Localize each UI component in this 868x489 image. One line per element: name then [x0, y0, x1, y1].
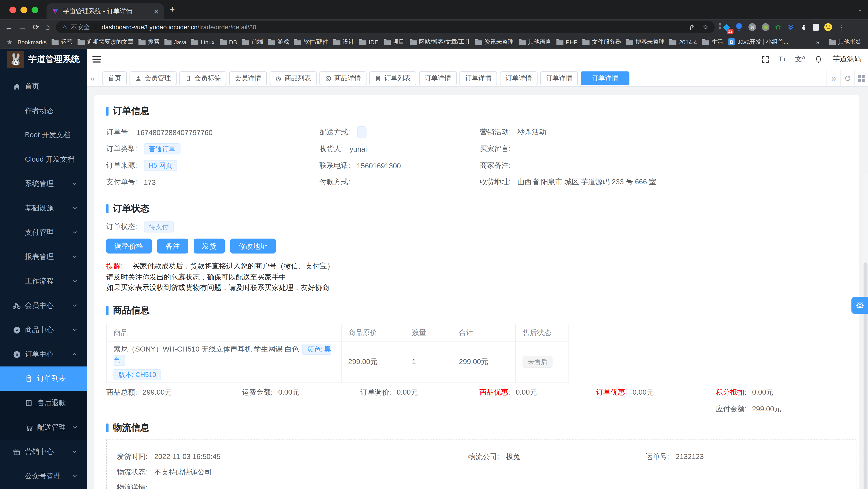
- ext-panel-icon[interactable]: [813, 24, 818, 31]
- bookmark-folder[interactable]: 近期需要读的文章: [78, 38, 133, 46]
- tab-order-detail[interactable]: 订单详情: [419, 71, 457, 85]
- sidebar-item-order-list[interactable]: 订单列表: [0, 367, 87, 391]
- new-tab-button[interactable]: +: [170, 4, 175, 14]
- bookmark-folder[interactable]: IDE: [360, 38, 378, 45]
- share-icon[interactable]: [688, 24, 695, 31]
- browser-tab[interactable]: 芋道管理系统 - 订单详情 ✕: [46, 3, 164, 19]
- security-warning-icon[interactable]: ⚠: [62, 24, 68, 31]
- home-icon[interactable]: ⌂: [45, 23, 50, 31]
- tab-order-detail[interactable]: 订单详情: [500, 71, 537, 85]
- sidebar-item-member-center[interactable]: 会员中心: [0, 294, 87, 318]
- font-size-icon[interactable]: Tᴛ: [778, 55, 786, 63]
- scrollbar-track[interactable]: [863, 174, 868, 489]
- total-points-deduction: 积分抵扣:0.00元: [716, 384, 773, 401]
- bookmarks-label[interactable]: Bookmarks: [18, 38, 47, 45]
- ext-balloon-icon[interactable]: [735, 23, 743, 31]
- modify-address-button[interactable]: 修改地址: [230, 239, 276, 254]
- bookmark-folder[interactable]: 其他语言: [519, 38, 551, 46]
- sidebar-item-author-news[interactable]: 作者动态: [0, 98, 87, 123]
- locale-icon[interactable]: 文A: [795, 55, 805, 64]
- sidebar-item-product-center[interactable]: P 商品中心: [0, 318, 87, 342]
- bookmark-folder[interactable]: 前端: [242, 38, 263, 46]
- ext-record-icon[interactable]: [762, 23, 770, 31]
- notification-bell-icon[interactable]: [814, 55, 823, 63]
- sidebar-item-after-sale-refund[interactable]: 售后退款: [0, 391, 87, 415]
- bookmark-folder[interactable]: PHP: [556, 38, 578, 45]
- tab-member-tags[interactable]: 会员标签: [179, 71, 226, 85]
- ext-star-icon[interactable]: ✩: [775, 24, 781, 31]
- bookmark-folder[interactable]: 博客未整理: [626, 38, 664, 46]
- extensions-puzzle-icon[interactable]: [800, 23, 808, 31]
- tab-member-detail[interactable]: 会员详情: [229, 71, 267, 85]
- bookmark-folder[interactable]: 运营: [52, 38, 73, 46]
- sidebar-item-order-center[interactable]: e 订单中心: [0, 342, 87, 367]
- bookmark-folder[interactable]: 网站/博客/文章/工具: [409, 38, 470, 46]
- settings-gear-button[interactable]: [851, 297, 868, 314]
- bookmark-folder[interactable]: 软件/硬件: [294, 38, 329, 46]
- tab-order-list[interactable]: 订单列表: [369, 71, 416, 85]
- tab-product-detail[interactable]: 商品详情: [319, 71, 366, 85]
- tab-order-detail[interactable]: 订单详情: [540, 71, 578, 85]
- layout-grid-icon[interactable]: [854, 70, 868, 86]
- bookmark-folder[interactable]: 资讯未整理: [475, 38, 514, 46]
- sidebar-item-home[interactable]: 首页: [0, 74, 87, 98]
- adjust-price-button[interactable]: 调整价格: [106, 239, 152, 254]
- bookmark-folder[interactable]: 项目: [383, 38, 404, 46]
- bookmark-folder[interactable]: DB: [219, 38, 237, 45]
- forward-icon[interactable]: →: [19, 23, 27, 31]
- ext-diamond-icon[interactable]: 12: [722, 23, 730, 31]
- remark-button[interactable]: 备注: [157, 239, 188, 254]
- profile-avatar[interactable]: [824, 23, 832, 31]
- bookmark-folder[interactable]: 2014-4: [670, 38, 697, 45]
- minimize-window-button[interactable]: [21, 7, 27, 13]
- collapse-sidebar-icon[interactable]: [92, 56, 101, 63]
- zoom-window-button[interactable]: [32, 7, 38, 13]
- scrollbar-thumb[interactable]: [864, 262, 868, 489]
- back-icon[interactable]: ←: [5, 23, 13, 31]
- tab-product-list[interactable]: 商品列表: [270, 71, 316, 85]
- tab-search-icon[interactable]: ⌄: [857, 5, 862, 12]
- other-bookmarks[interactable]: 其他书签: [829, 38, 861, 46]
- fullscreen-icon[interactable]: [761, 55, 770, 63]
- bookmarks-overflow-chevron[interactable]: »: [816, 38, 819, 45]
- bookmark-folder[interactable]: 文件服务器: [583, 38, 621, 46]
- sidebar-item-workflow[interactable]: 工作流程: [0, 269, 87, 294]
- bookmark-folder[interactable]: Linux: [191, 38, 215, 45]
- tabs-scroll-left-icon[interactable]: «: [87, 70, 99, 86]
- tab-home[interactable]: 首页: [102, 71, 127, 85]
- bookmark-folder[interactable]: 生活: [702, 38, 723, 46]
- bookmarks-star-icon[interactable]: ★: [7, 38, 12, 46]
- bookmark-folder[interactable]: 设计: [333, 38, 354, 46]
- tab-order-detail-active[interactable]: 订单详情: [581, 71, 629, 85]
- tabs-scroll-right-icon[interactable]: »: [827, 70, 840, 86]
- sidebar-item-cloud-docs[interactable]: Cloud 开发文档: [0, 147, 87, 172]
- sidebar-item-boot-docs[interactable]: Boot 开发文档: [0, 123, 87, 147]
- tab-member-management[interactable]: 会员管理: [129, 71, 177, 85]
- sidebar-item-system[interactable]: 系统管理: [0, 172, 87, 196]
- sidebar-item-report[interactable]: 报表管理: [0, 245, 87, 269]
- sidebar-item-payment[interactable]: 支付管理: [0, 220, 87, 245]
- browser-menu-icon[interactable]: ⋮: [838, 23, 845, 31]
- sidebar-item-infra[interactable]: 基础设施: [0, 196, 87, 220]
- svg-text:P: P: [15, 328, 18, 332]
- window-controls[interactable]: [9, 7, 38, 13]
- bookmark-folder[interactable]: 游戏: [268, 38, 289, 46]
- reload-icon[interactable]: ⟳: [33, 23, 39, 31]
- bookmark-folder[interactable]: 搜索: [138, 38, 160, 46]
- close-tab-icon[interactable]: ✕: [153, 7, 159, 15]
- ship-button[interactable]: 发货: [194, 239, 225, 254]
- ext-command-icon[interactable]: ⌘: [749, 23, 756, 31]
- sidebar-item-delivery-management[interactable]: 配送管理: [0, 415, 87, 439]
- ext-chevrons-icon[interactable]: [787, 23, 795, 31]
- app-logo[interactable]: 🐰 芋道管理系统: [0, 49, 87, 70]
- bookmark-folder[interactable]: Java: [164, 38, 186, 45]
- address-bar[interactable]: ⚠ 不安全 dashboard-vue3.yudao.iocoder.cn/tr…: [56, 21, 715, 33]
- bookmark-b-item[interactable]: BJava开发 | 小组首...: [728, 38, 788, 46]
- close-window-button[interactable]: [9, 7, 16, 13]
- username[interactable]: 芋道源码: [833, 54, 861, 64]
- tab-order-detail[interactable]: 订单详情: [460, 71, 497, 85]
- sidebar-item-official-account[interactable]: 公众号管理: [0, 464, 87, 488]
- refresh-icon[interactable]: [840, 70, 854, 86]
- bookmark-star-icon[interactable]: ☆: [702, 23, 709, 31]
- sidebar-item-marketing-center[interactable]: 营销中心: [0, 439, 87, 464]
